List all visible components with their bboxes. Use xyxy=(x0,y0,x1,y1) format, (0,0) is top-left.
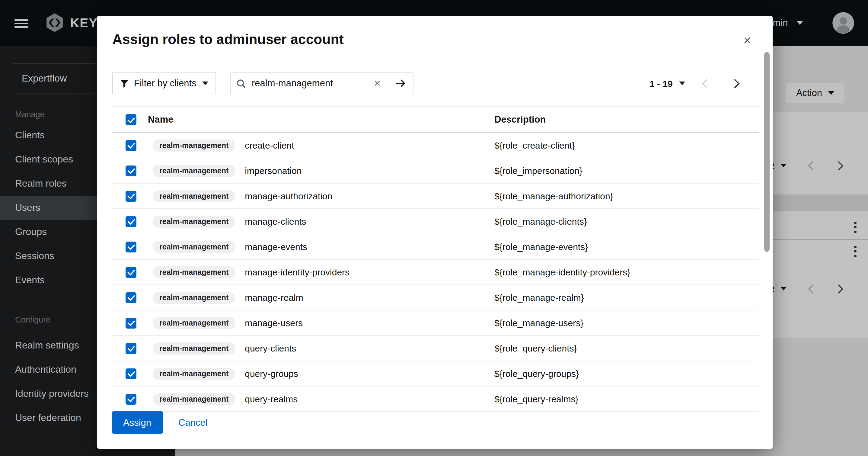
client-badge: realm-management xyxy=(153,139,235,151)
chevron-down-icon xyxy=(202,82,208,85)
search-group: ✕ xyxy=(230,73,389,94)
client-badge: realm-management xyxy=(153,266,235,278)
role-name: query-realms xyxy=(245,394,298,404)
filter-dropdown[interactable]: Filter by clients xyxy=(112,73,216,94)
column-header-name: Name xyxy=(148,114,494,125)
role-description: ${role_manage-events} xyxy=(494,241,760,252)
role-description: ${role_manage-identity-providers} xyxy=(494,267,760,277)
table-header: Name Description xyxy=(112,106,760,133)
role-description: ${role_query-clients} xyxy=(494,343,760,353)
modal-footer: Assign Cancel xyxy=(112,411,208,434)
role-name: manage-realm xyxy=(245,292,303,303)
close-icon[interactable]: ✕ xyxy=(738,31,756,50)
client-badge: realm-management xyxy=(153,393,235,405)
client-badge: realm-management xyxy=(153,190,235,202)
role-name: query-groups xyxy=(245,368,298,379)
role-description: ${role_impersonation} xyxy=(494,166,760,176)
role-description: ${role_query-groups} xyxy=(494,368,760,379)
table-row: realm-management impersonation ${role_im… xyxy=(112,158,760,183)
table-row: realm-management query-groups ${role_que… xyxy=(112,361,760,387)
client-badge: realm-management xyxy=(153,241,235,253)
role-name: manage-identity-providers xyxy=(245,267,349,277)
pagination-range[interactable]: 1 - 19 xyxy=(650,78,673,88)
client-badge: realm-management xyxy=(153,165,235,177)
role-name: query-clients xyxy=(245,343,296,353)
chevron-left-icon[interactable] xyxy=(702,79,711,88)
row-checkbox[interactable] xyxy=(126,394,136,404)
assign-button[interactable]: Assign xyxy=(112,411,163,434)
chevron-down-icon xyxy=(679,82,685,85)
row-checkbox[interactable] xyxy=(126,165,136,176)
role-name: create-client xyxy=(245,140,294,150)
role-name: manage-users xyxy=(245,318,303,328)
column-header-description: Description xyxy=(494,114,760,125)
roles-table: Name Description realm-management create… xyxy=(112,106,760,412)
assign-roles-modal: Assign roles to adminuser account ✕ Filt… xyxy=(97,16,773,449)
client-badge: realm-management xyxy=(153,291,235,304)
table-row: realm-management manage-users ${role_man… xyxy=(112,310,760,336)
role-name: manage-clients xyxy=(245,216,306,227)
modal-title: Assign roles to adminuser account xyxy=(112,31,344,48)
client-badge: realm-management xyxy=(153,317,235,329)
role-description: ${role_manage-users} xyxy=(494,318,760,328)
role-description: ${role_manage-clients} xyxy=(494,216,760,227)
table-row: realm-management manage-events ${role_ma… xyxy=(112,234,760,260)
row-checkbox[interactable] xyxy=(126,292,136,303)
table-row: realm-management manage-realm ${role_man… xyxy=(112,285,760,310)
select-all-checkbox[interactable] xyxy=(126,114,136,125)
client-badge: realm-management xyxy=(153,215,235,227)
arrow-right-icon xyxy=(395,79,406,88)
cancel-button[interactable]: Cancel xyxy=(178,417,208,428)
row-checkbox[interactable] xyxy=(126,317,136,328)
search-submit-button[interactable] xyxy=(388,73,413,94)
row-checkbox[interactable] xyxy=(126,241,136,252)
role-description: ${role_manage-realm} xyxy=(494,292,760,303)
search-icon xyxy=(237,79,246,88)
client-badge: realm-management xyxy=(153,368,235,379)
role-description: ${role_create-client} xyxy=(494,140,760,150)
filter-label: Filter by clients xyxy=(134,78,196,89)
table-row: realm-management manage-authorization ${… xyxy=(112,183,760,209)
role-description: ${role_query-realms} xyxy=(494,394,760,404)
table-row: realm-management query-realms ${role_que… xyxy=(112,387,760,412)
role-description: ${role_manage-authorization} xyxy=(494,191,760,201)
row-checkbox[interactable] xyxy=(126,368,136,379)
table-row: realm-management manage-clients ${role_m… xyxy=(112,209,760,234)
keycloak-admin-console: KEYCLOAK admin Expertflow Manage Clients… xyxy=(0,0,868,456)
row-checkbox[interactable] xyxy=(126,140,136,151)
filter-icon xyxy=(120,79,129,87)
row-checkbox[interactable] xyxy=(126,343,136,353)
row-checkbox[interactable] xyxy=(126,267,136,278)
table-row: realm-management manage-identity-provide… xyxy=(112,260,760,285)
modal-pagination: 1 - 19 xyxy=(650,73,739,94)
row-checkbox[interactable] xyxy=(126,191,136,201)
role-name: manage-authorization xyxy=(245,191,332,201)
row-checkbox[interactable] xyxy=(126,216,136,227)
chevron-right-icon[interactable] xyxy=(731,79,740,88)
table-row: realm-management create-client ${role_cr… xyxy=(112,133,760,158)
role-name: manage-events xyxy=(245,241,307,252)
scrollbar-thumb[interactable] xyxy=(764,52,770,252)
role-name: impersonation xyxy=(245,166,302,176)
search-input[interactable] xyxy=(250,77,368,89)
table-row: realm-management query-clients ${role_qu… xyxy=(112,336,760,361)
client-badge: realm-management xyxy=(153,342,235,354)
clear-icon[interactable]: ✕ xyxy=(373,79,382,88)
